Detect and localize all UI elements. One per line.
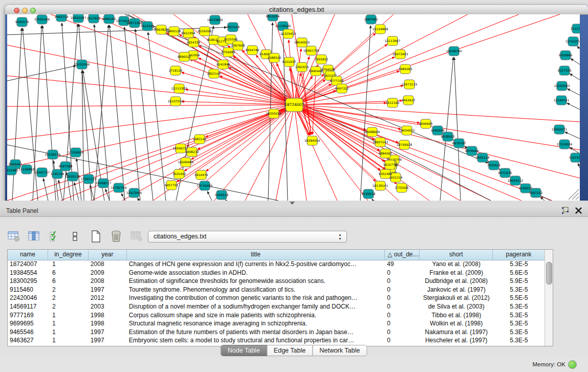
graph-node[interactable]: 8222037: [282, 57, 296, 67]
graph-node[interactable]: 7955812: [315, 55, 329, 64]
graph-node[interactable]: 12093583: [554, 81, 570, 91]
table-cell[interactable]: 1997: [89, 336, 127, 345]
table-cell[interactable]: Changes of HCN gene expression and I(f) …: [127, 260, 385, 269]
graph-edge[interactable]: [571, 58, 580, 64]
column-header-year[interactable]: year: [89, 250, 127, 260]
table-cell[interactable]: 2008: [89, 260, 127, 269]
graph-edge[interactable]: [568, 89, 580, 95]
graph-node[interactable]: 6466160: [102, 14, 116, 24]
tab-network-table[interactable]: Network Table: [312, 345, 367, 356]
table-cell[interactable]: 0: [385, 269, 420, 277]
table-row[interactable]: 2242004622012Investigating the contribut…: [8, 294, 545, 302]
graph-node[interactable]: 2718126: [169, 66, 183, 75]
graph-node[interactable]: 7632621: [487, 161, 501, 170]
table-cell[interactable]: 0: [385, 277, 420, 286]
table-cell[interactable]: 0: [385, 328, 420, 337]
graph-node[interactable]: 18724007: [285, 98, 304, 112]
graph-node[interactable]: 16648784: [446, 47, 462, 56]
graph-edge[interactable]: [207, 191, 212, 201]
graph-node[interactable]: 12973115: [402, 80, 418, 89]
graph-node[interactable]: 1983141: [193, 135, 207, 144]
graph-node[interactable]: 17957225: [81, 174, 97, 184]
table-cell[interactable]: 0: [385, 319, 420, 328]
graph-node[interactable]: 10654112: [508, 176, 524, 185]
graph-edge[interactable]: [276, 105, 294, 201]
graph-node[interactable]: 1044519: [215, 190, 229, 200]
graph-edge[interactable]: [570, 147, 580, 154]
graph-node[interactable]: 19384554: [304, 136, 320, 145]
table-cell[interactable]: 1: [48, 328, 89, 337]
table-cell[interactable]: Tibbo et al. (1998): [420, 311, 493, 320]
table-cell[interactable]: 22420046: [8, 294, 48, 302]
table-cell[interactable]: 5.6E-5: [493, 269, 545, 277]
graph-node[interactable]: 9463627: [402, 96, 416, 105]
show-columns-icon[interactable]: [28, 230, 41, 243]
graph-edge[interactable]: [294, 105, 580, 122]
table-cell[interactable]: 6: [48, 269, 89, 277]
table-cell[interactable]: 5.3E-5: [493, 328, 545, 337]
graph-node[interactable]: 9699695: [419, 119, 433, 128]
graph-edge[interactable]: [148, 32, 166, 201]
table-cell[interactable]: 5.3E-5: [493, 311, 545, 320]
graph-edge[interactable]: [567, 103, 580, 110]
graph-node[interactable]: 13942757: [34, 168, 50, 177]
delete-table-icon[interactable]: [130, 230, 143, 243]
table-cell[interactable]: Estimation of the future numbers of pati…: [127, 328, 385, 337]
graph-node[interactable]: 16154808: [373, 25, 388, 34]
table-cell[interactable]: 1998: [89, 319, 127, 328]
graph-node[interactable]: 9329966: [559, 51, 573, 60]
graph-node[interactable]: 1640954: [431, 126, 445, 135]
graph-edge[interactable]: [294, 105, 580, 178]
panel-splitter[interactable]: [0, 201, 588, 206]
graph-node[interactable]: 8754685: [222, 48, 235, 57]
float-window-icon[interactable]: [561, 207, 569, 214]
graph-node[interactable]: 11156869: [19, 165, 35, 174]
graph-edge[interactable]: [578, 163, 580, 168]
table-cell[interactable]: 18300295: [8, 277, 48, 286]
graph-node[interactable]: 16033809: [207, 15, 223, 25]
table-cell[interactable]: 1: [48, 311, 89, 320]
table-cell[interactable]: 0: [385, 286, 420, 294]
graph-node[interactable]: 1588520: [268, 53, 281, 62]
graph-node[interactable]: 9227343: [558, 66, 572, 75]
tab-node-table[interactable]: Node Table: [221, 345, 267, 356]
table-cell[interactable]: 0: [385, 302, 420, 311]
table-cell[interactable]: de Silva et al. (2003): [420, 302, 493, 311]
graph-node[interactable]: 2935114: [476, 153, 490, 162]
graph-node[interactable]: 1654339: [187, 38, 201, 47]
graph-node[interactable]: 8454749: [246, 46, 259, 55]
table-cell[interactable]: 2012: [89, 294, 127, 302]
graph-edge[interactable]: [565, 132, 580, 139]
table-cell[interactable]: Tourette syndrome. Phenomenology and cla…: [127, 286, 385, 294]
table-cell[interactable]: 9465546: [8, 328, 48, 337]
graph-node[interactable]: 1145194: [51, 169, 64, 179]
graph-node[interactable]: 9242848: [216, 60, 230, 69]
graph-edge[interactable]: [313, 71, 316, 135]
graph-edge[interactable]: [110, 25, 125, 201]
column-header-pagerank[interactable]: pagerank: [493, 250, 545, 260]
table-row[interactable]: 1872400712008Changes of HCN gene express…: [8, 260, 545, 269]
table-cell[interactable]: 19384554: [8, 269, 48, 277]
table-cell[interactable]: Investigating the contribution of common…: [127, 294, 385, 302]
table-cell[interactable]: Jankovic et al. (1997): [420, 286, 493, 294]
graph-node[interactable]: 12444151: [554, 96, 570, 105]
graph-node[interactable]: 7857224: [226, 23, 240, 32]
table-mode-icon[interactable]: [7, 230, 20, 243]
graph-node[interactable]: 8226058: [198, 27, 212, 36]
graph-node[interactable]: 6679197: [452, 139, 466, 148]
table-scrollbar-thumb[interactable]: [546, 262, 552, 285]
graph-node[interactable]: 37691406: [34, 15, 50, 24]
resize-grip[interactable]: [569, 189, 579, 200]
table-row[interactable]: 1456911722003Disruption of a novel membe…: [8, 302, 545, 311]
create-column-icon[interactable]: [89, 230, 102, 243]
graph-node[interactable]: 19716485: [197, 181, 213, 190]
row-options-icon[interactable]: [69, 230, 82, 243]
memory-status-indicator[interactable]: [568, 360, 577, 369]
graph-node[interactable]: 9884067: [379, 149, 393, 158]
graph-node[interactable]: 21053346: [74, 60, 90, 69]
table-row[interactable]: 946362711997Embryonic stem cells: a mode…: [8, 336, 545, 345]
table-cell[interactable]: 2: [48, 302, 89, 311]
graph-node[interactable]: 2803144: [207, 69, 221, 78]
graph-edge[interactable]: [74, 183, 79, 201]
table-cell[interactable]: 5.9E-5: [493, 277, 545, 286]
